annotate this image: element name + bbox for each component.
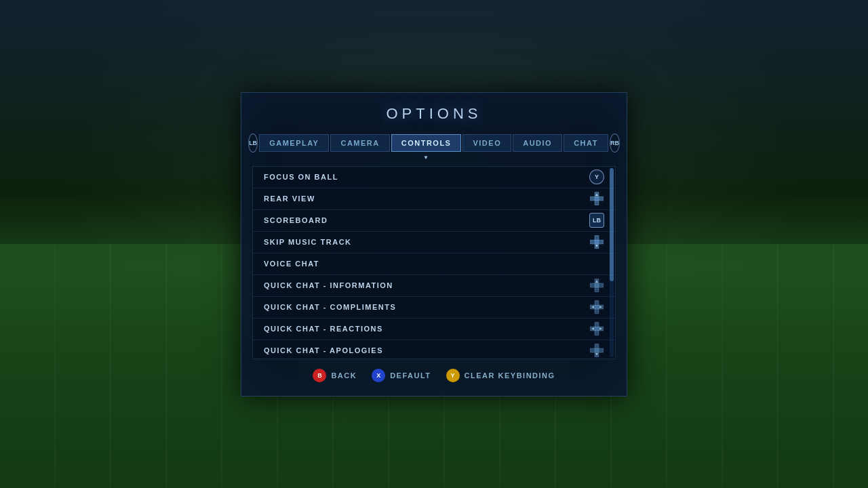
back-button-label: BACK bbox=[331, 371, 357, 380]
svg-rect-1 bbox=[590, 197, 604, 201]
setting-skip-music-track[interactable]: SKIP MUSIC TRACK bbox=[253, 232, 615, 253]
tab-audio[interactable]: AUDIO bbox=[513, 134, 562, 152]
tab-audio-label: AUDIO bbox=[523, 139, 552, 147]
tab-controls-label: CONTROLS bbox=[401, 139, 452, 147]
setting-quick-chat-info[interactable]: QUICK CHAT - INFORMATION bbox=[253, 275, 615, 297]
tab-chat-label: CHAT bbox=[574, 139, 598, 147]
setting-label-quick-chat-info: QUICK CHAT - INFORMATION bbox=[264, 281, 393, 289]
scrollbar-thumb bbox=[610, 168, 614, 281]
tabs-row: LB GAMEPLAY CAMERA CONTROLS VIDEO AUDIO … bbox=[241, 131, 627, 152]
keybind-quick-chat-compliments bbox=[589, 300, 604, 314]
tab-camera[interactable]: CAMERA bbox=[330, 134, 389, 152]
keybind-quick-chat-reactions bbox=[589, 321, 604, 336]
keybind-quick-chat-apologies bbox=[589, 343, 604, 358]
setting-quick-chat-apologies[interactable]: QUICK CHAT - APOLOGIES bbox=[253, 340, 615, 359]
options-modal: OPTIONS LB GAMEPLAY CAMERA CONTROLS VIDE… bbox=[241, 92, 627, 396]
setting-voice-chat[interactable]: VOICE CHAT bbox=[253, 253, 615, 275]
setting-rear-view[interactable]: REAR VIEW bbox=[253, 188, 615, 210]
tab-chat[interactable]: CHAT bbox=[564, 134, 608, 152]
setting-label-quick-chat-compliments: QUICK CHAT - COMPLIMENTS bbox=[264, 303, 396, 311]
clear-button-label: CLEAR KEYBINDING bbox=[465, 371, 555, 380]
clear-button-circle: Y bbox=[446, 369, 460, 382]
tab-gameplay[interactable]: GAMEPLAY bbox=[259, 134, 329, 152]
modal-title: OPTIONS bbox=[241, 93, 627, 131]
default-button-label: DEFAULT bbox=[390, 371, 431, 380]
setting-focus-on-ball[interactable]: FOCUS ON BALL Y bbox=[253, 167, 615, 188]
keybind-focus-on-ball: Y bbox=[589, 169, 604, 184]
setting-label-scoreboard: SCOREBOARD bbox=[264, 216, 328, 224]
setting-quick-chat-compliments[interactable]: QUICK CHAT - COMPLIMENTS bbox=[253, 297, 615, 319]
setting-scoreboard[interactable]: SCOREBOARD LB bbox=[253, 210, 615, 232]
default-button[interactable]: X DEFAULT bbox=[372, 369, 431, 382]
default-button-circle-label: X bbox=[376, 372, 380, 379]
default-button-circle: X bbox=[372, 369, 385, 382]
keybind-skip-music-track bbox=[589, 235, 604, 249]
clear-button-circle-label: Y bbox=[451, 372, 455, 379]
tab-video[interactable]: VIDEO bbox=[462, 134, 511, 152]
keybind-rear-view bbox=[589, 191, 604, 206]
tab-video-label: VIDEO bbox=[473, 139, 501, 147]
svg-rect-4 bbox=[590, 240, 604, 244]
setting-label-quick-chat-reactions: QUICK CHAT - REACTIONS bbox=[264, 325, 383, 333]
scrollbar[interactable] bbox=[610, 168, 614, 357]
setting-label-skip-music-track: SKIP MUSIC TRACK bbox=[264, 238, 352, 246]
setting-label-focus-on-ball: FOCUS ON BALL bbox=[264, 173, 338, 181]
tab-camera-label: CAMERA bbox=[340, 139, 379, 147]
lb-button[interactable]: LB bbox=[248, 134, 258, 152]
setting-label-quick-chat-apologies: QUICK CHAT - APOLOGIES bbox=[264, 346, 383, 354]
setting-quick-chat-reactions[interactable]: QUICK CHAT - REACTIONS bbox=[253, 319, 615, 340]
tab-controls[interactable]: CONTROLS bbox=[391, 134, 462, 152]
setting-label-voice-chat: VOICE CHAT bbox=[264, 260, 319, 268]
back-button-circle-label: B bbox=[317, 372, 322, 379]
keybind-quick-chat-info bbox=[589, 278, 604, 293]
setting-label-rear-view: REAR VIEW bbox=[264, 195, 315, 203]
settings-content: FOCUS ON BALL Y REAR VIEW bbox=[252, 166, 616, 359]
back-button[interactable]: B BACK bbox=[313, 369, 357, 382]
footer-row: B BACK X DEFAULT Y CLEAR KEYBINDING bbox=[241, 359, 627, 382]
lb-label: LB bbox=[249, 140, 257, 146]
svg-rect-7 bbox=[590, 283, 604, 287]
back-button-circle: B bbox=[313, 369, 326, 382]
tab-gameplay-label: GAMEPLAY bbox=[269, 139, 319, 147]
rb-button[interactable]: RB bbox=[610, 134, 620, 152]
modal-overlay: OPTIONS LB GAMEPLAY CAMERA CONTROLS VIDE… bbox=[0, 0, 868, 488]
svg-rect-18 bbox=[590, 348, 604, 352]
rb-label: RB bbox=[610, 140, 619, 146]
clear-keybinding-button[interactable]: Y CLEAR KEYBINDING bbox=[446, 369, 555, 382]
settings-list: FOCUS ON BALL Y REAR VIEW bbox=[253, 167, 615, 359]
keybind-scoreboard: LB bbox=[589, 213, 604, 228]
